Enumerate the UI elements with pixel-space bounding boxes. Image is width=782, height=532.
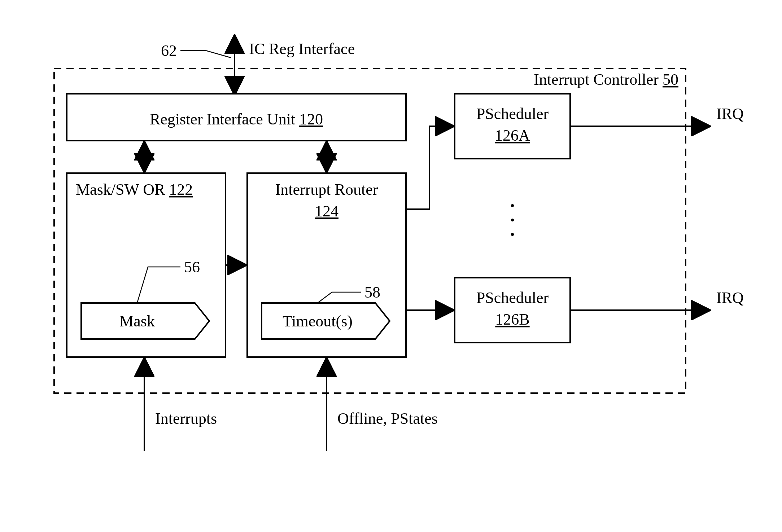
timeouts-register-label: Timeout(s) [283,312,353,330]
ellipsis-dot [511,219,514,221]
interrupts-label: Interrupts [155,410,217,427]
interrupt-controller-label: Interrupt Controller 50 [534,71,678,88]
ref62-leader [180,50,231,58]
ellipsis-dot [511,233,514,236]
ic-reg-interface-label: IC Reg Interface [249,40,355,58]
router-to-pschedA-arrow [406,126,453,209]
ellipsis-dot [511,204,514,207]
mask-register-label: Mask [119,312,155,330]
interrupt-router-label1: Interrupt Router [275,181,378,198]
ref58-label: 58 [364,283,380,301]
ref56-label: 56 [184,258,200,276]
irq-a-label: IRQ [716,105,744,123]
pscheduler-b-label: PScheduler [476,289,549,307]
mask-sw-or-label: Mask/SW OR 122 [76,181,193,198]
register-interface-unit-label: Register Interface Unit 120 [150,110,323,128]
irq-b-label: IRQ [716,289,744,307]
pscheduler-a-num: 126A [495,127,530,144]
offline-pstates-label: Offline, PStates [337,410,438,427]
diagram-svg: Interrupt Controller 50 IC Reg Interface… [0,0,782,532]
pscheduler-a-label: PScheduler [476,105,549,123]
pscheduler-b-box [455,278,570,343]
interrupt-router-num: 124 [315,202,338,220]
pscheduler-a-box [455,94,570,159]
pscheduler-b-num: 126B [495,311,529,328]
ref62-label: 62 [161,42,177,60]
